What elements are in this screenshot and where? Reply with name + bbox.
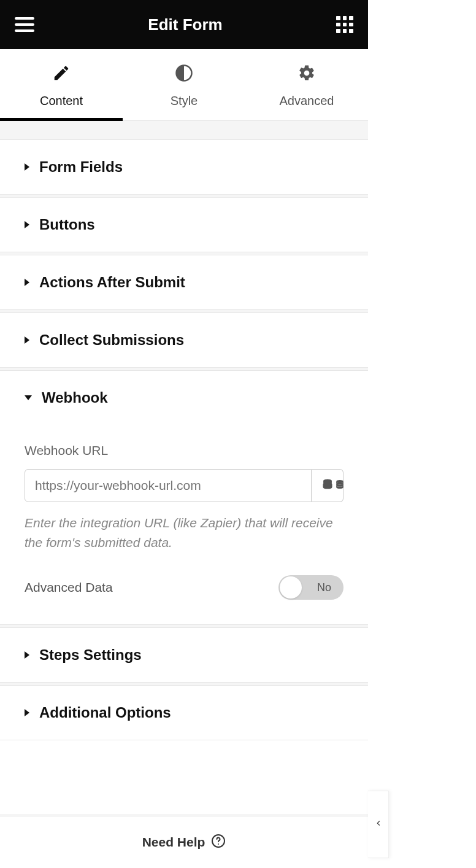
- advanced-data-toggle[interactable]: No: [278, 575, 344, 600]
- section-form-fields: Form Fields: [0, 139, 368, 195]
- need-help-link[interactable]: Need Help: [142, 835, 205, 850]
- section-title: Collect Submissions: [39, 331, 184, 349]
- menu-icon[interactable]: [15, 17, 34, 32]
- section-collect-submissions: Collect Submissions: [0, 312, 368, 368]
- section-title: Additional Options: [39, 704, 171, 721]
- section-title: Actions After Submit: [39, 274, 185, 291]
- section-header-collect[interactable]: Collect Submissions: [0, 313, 368, 367]
- panel-footer: Need Help: [0, 816, 368, 868]
- section-webhook: Webhook Webhook URL Enter the integratio…: [0, 370, 368, 625]
- editor-panel: Edit Form Content Style Advanced: [0, 0, 368, 868]
- section-actions-after-submit: Actions After Submit: [0, 255, 368, 310]
- half-circle-icon: [175, 64, 193, 85]
- panel-header: Edit Form: [0, 0, 368, 49]
- database-icon: [321, 478, 334, 493]
- caret-down-icon: [25, 395, 32, 400]
- svg-point-7: [218, 843, 219, 845]
- section-title: Buttons: [39, 216, 95, 233]
- section-header-buttons[interactable]: Buttons: [0, 198, 368, 252]
- webhook-url-description: Enter the integration URL (like Zapier) …: [25, 513, 344, 552]
- advanced-data-row: Advanced Data No: [25, 575, 344, 600]
- caret-right-icon: [25, 709, 29, 716]
- tab-label: Content: [40, 94, 83, 108]
- caret-right-icon: [25, 651, 29, 659]
- section-title: Webhook: [42, 389, 108, 406]
- panel-tabs: Content Style Advanced: [0, 49, 368, 121]
- section-steps-settings: Steps Settings: [0, 627, 368, 683]
- tab-label: Advanced: [280, 94, 334, 108]
- section-buttons: Buttons: [0, 197, 368, 252]
- sections-container: Form Fields Buttons Actions After Submit…: [0, 121, 368, 816]
- webhook-url-label: Webhook URL: [25, 443, 344, 458]
- section-header-steps[interactable]: Steps Settings: [0, 628, 368, 682]
- tab-advanced[interactable]: Advanced: [245, 49, 368, 120]
- section-title: Steps Settings: [39, 646, 142, 664]
- webhook-url-input[interactable]: [25, 469, 312, 502]
- help-icon[interactable]: [211, 834, 226, 851]
- panel-title: Edit Form: [148, 15, 222, 34]
- caret-right-icon: [25, 336, 29, 344]
- toggle-knob: [280, 576, 302, 599]
- caret-right-icon: [25, 221, 29, 228]
- toggle-state-label: No: [317, 581, 331, 594]
- webhook-url-row: [25, 469, 344, 502]
- section-header-form-fields[interactable]: Form Fields: [0, 140, 368, 194]
- section-header-additional[interactable]: Additional Options: [0, 686, 368, 740]
- section-header-webhook[interactable]: Webhook: [0, 371, 368, 425]
- gear-icon: [298, 64, 316, 85]
- tab-content[interactable]: Content: [0, 49, 123, 120]
- dynamic-tags-button[interactable]: [312, 469, 344, 502]
- advanced-data-label: Advanced Data: [25, 580, 113, 595]
- caret-right-icon: [25, 279, 29, 286]
- panel-collapse-handle[interactable]: [368, 791, 389, 858]
- section-title: Form Fields: [39, 158, 123, 176]
- section-additional-options: Additional Options: [0, 685, 368, 740]
- tab-label: Style: [171, 94, 198, 108]
- pencil-icon: [52, 64, 71, 85]
- svg-point-5: [336, 480, 344, 482]
- chevron-left-icon: [374, 819, 383, 830]
- apps-grid-icon[interactable]: [336, 16, 353, 33]
- caret-right-icon: [25, 163, 29, 171]
- section-header-actions[interactable]: Actions After Submit: [0, 255, 368, 309]
- section-body-webhook: Webhook URL Enter the integration URL (l…: [0, 425, 368, 624]
- tab-style[interactable]: Style: [123, 49, 245, 120]
